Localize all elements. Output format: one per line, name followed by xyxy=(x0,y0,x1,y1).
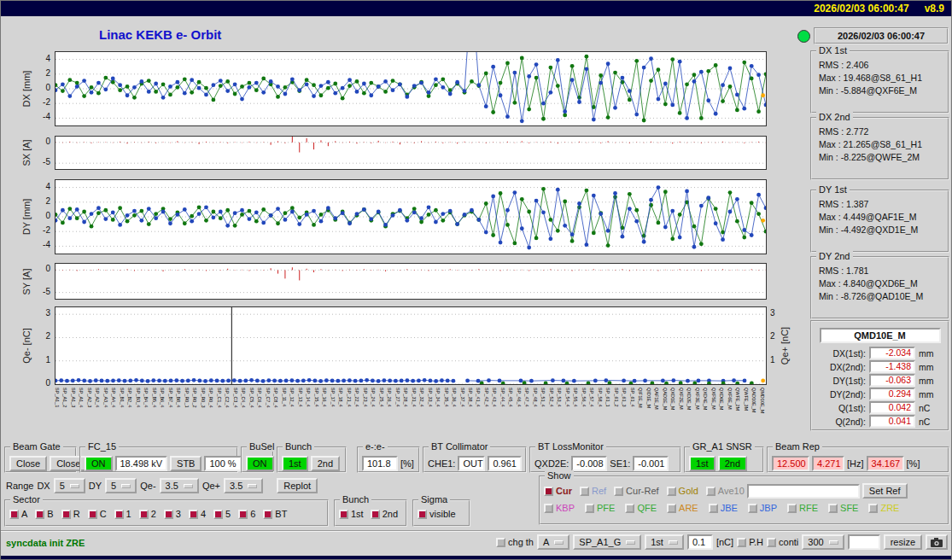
ph-checkbox[interactable]: P.H xyxy=(737,537,763,547)
checkbox-gold[interactable]: Gold xyxy=(667,486,698,496)
checkbox-zre[interactable]: ZRE xyxy=(868,503,899,513)
checkbox-indicator xyxy=(544,487,553,496)
checkbox-6[interactable]: 6 xyxy=(238,509,255,519)
bpm-label: SP_25_4 xyxy=(379,388,384,407)
range-dy-select[interactable]: 5 xyxy=(105,478,137,493)
qmd-title: QMD10E_M xyxy=(820,328,941,343)
axis-tick-label: 4 xyxy=(45,182,50,191)
checkbox-1[interactable]: 1 xyxy=(114,509,131,519)
checkbox-4[interactable]: 4 xyxy=(189,509,206,519)
checkbox-label: 5 xyxy=(225,509,231,519)
beam-rep-group: Beam Rep 12.500 4.271 [Hz] 34.167 [%] xyxy=(767,446,949,473)
checkbox-2[interactable]: 2 xyxy=(139,509,156,519)
checkbox-label: visible xyxy=(429,509,456,519)
resize-button[interactable]: resize xyxy=(884,534,922,550)
checkbox-1st[interactable]: 1st xyxy=(339,509,364,519)
checkbox-bt[interactable]: BT xyxy=(263,509,287,519)
beam-gate-group: Beam Gate Close Close xyxy=(4,446,77,473)
axis-tick-label: -2 xyxy=(43,97,50,107)
bpm-label: QID1E_M xyxy=(646,388,651,408)
sector-a-select[interactable]: A xyxy=(537,534,569,550)
sp-a1-g-select[interactable]: SP_A1_G xyxy=(573,534,641,550)
range-qe-plus-select[interactable]: 3.5 xyxy=(224,478,263,493)
dy-2nd-max: Max : 4.840@QXD6E_M xyxy=(819,278,948,289)
beam-rep-title: Beam Rep xyxy=(773,441,822,452)
checkbox-pfe[interactable]: PFE xyxy=(585,503,615,513)
checkbox-label: R xyxy=(73,509,80,519)
interval-select[interactable]: 300 xyxy=(802,534,844,550)
checkbox-are[interactable]: ARE xyxy=(667,503,698,513)
checkbox-cur-ref[interactable]: Cur-Ref xyxy=(614,486,659,496)
qmd-row: DY(2nd):0.294mm xyxy=(816,388,945,400)
sx-axis-title: SX [A] xyxy=(20,136,33,170)
threshold-display[interactable]: 0.1 xyxy=(687,534,713,550)
bpm-label: SP_A1_4 xyxy=(79,388,84,407)
checkbox-kbp[interactable]: KBP xyxy=(544,503,575,513)
gr-a1-1st-button[interactable]: 1st xyxy=(689,456,715,471)
range-qe-minus-select[interactable]: 3.5 xyxy=(160,478,199,493)
dy-axis-title: DY [mm] xyxy=(20,179,33,254)
dy-1st-rms: RMS : 1.387 xyxy=(819,199,948,209)
checkbox-indicator xyxy=(35,510,44,519)
checkbox-visible[interactable]: visible xyxy=(418,509,456,519)
checkbox-sfe[interactable]: SFE xyxy=(828,503,858,513)
checkbox-2nd[interactable]: 2nd xyxy=(371,509,398,519)
fc15-on-button[interactable]: ON xyxy=(85,456,113,471)
checkbox-indicator xyxy=(585,504,594,513)
bpm-label: QAD10E_M xyxy=(751,388,756,412)
checkbox-b[interactable]: B xyxy=(35,509,53,519)
chg-th-checkbox[interactable]: chg th xyxy=(496,537,534,547)
dy-plot[interactable] xyxy=(55,179,767,254)
busel-on-button[interactable]: ON xyxy=(246,456,274,471)
checkbox-ave10[interactable]: Ave10 xyxy=(706,486,745,496)
bpm-label: SP_45_4 xyxy=(508,388,513,407)
checkbox-indicator xyxy=(828,504,838,513)
checkbox-jbp[interactable]: JBP xyxy=(748,503,777,513)
bpm-label: SP_A4_4 xyxy=(111,388,116,407)
checkbox-rfe[interactable]: RFE xyxy=(787,503,818,513)
fc15-stb-button[interactable]: STB xyxy=(170,456,201,471)
statusbar-controls: chg th A SP_A1_G 1st 0.1 [nC] P.H conti … xyxy=(496,534,948,550)
set-ref-input[interactable] xyxy=(747,484,860,499)
beam-gate-close-button-1[interactable]: Close xyxy=(9,456,47,471)
bpm-label: SP_A1_1 xyxy=(55,388,60,407)
range-dx-select[interactable]: 5 xyxy=(54,478,85,493)
replot-button[interactable]: Replot xyxy=(277,478,318,493)
bunch-1st-button[interactable]: 1st xyxy=(282,456,308,471)
set-ref-button[interactable]: Set Ref xyxy=(862,483,908,499)
screenshot-button[interactable] xyxy=(926,534,948,550)
checkbox-jbe[interactable]: JBE xyxy=(709,503,738,513)
checkbox-a[interactable]: A xyxy=(9,509,27,519)
bpm-label: SP_B6_4 xyxy=(160,388,165,407)
checkbox-5[interactable]: 5 xyxy=(213,509,231,519)
dx-2nd-max: Max : 21.265@S8_61_H1 xyxy=(819,139,948,149)
conti-checkbox[interactable]: conti xyxy=(767,537,798,547)
sector-group: Sector ABRC123456BT xyxy=(4,499,329,527)
bpm-label: SP_27_4 xyxy=(395,388,400,407)
bunch-1st-select[interactable]: 1st xyxy=(645,534,684,550)
show-group: Show CurRefCur-RefGoldAve10 Set Ref KBPP… xyxy=(539,475,949,525)
qmd-row-unit: nC xyxy=(919,403,930,413)
qmd-row: Q(2nd):0.041nC xyxy=(816,415,945,428)
checkbox-3[interactable]: 3 xyxy=(164,509,181,519)
bpm-label: SP_C2_4 xyxy=(225,388,230,408)
checkbox-c[interactable]: C xyxy=(88,509,107,519)
qe-plot[interactable] xyxy=(55,306,767,385)
bpm-label: SP_44_4 xyxy=(500,388,505,407)
se1-display: -0.001 xyxy=(633,456,669,471)
sy-plot[interactable] xyxy=(55,263,767,300)
checkbox-label: Gold xyxy=(679,486,698,496)
checkbox-r[interactable]: R xyxy=(61,509,80,519)
bpm-label: SP_R0_2 xyxy=(192,388,197,408)
checkbox-qfe[interactable]: QFE xyxy=(625,503,657,513)
dx-plot[interactable] xyxy=(55,51,767,126)
checkbox-cur[interactable]: Cur xyxy=(544,486,572,496)
gr-a1-2nd-button[interactable]: 2nd xyxy=(718,456,747,471)
axis-tick-label: 0 xyxy=(45,83,50,92)
checkbox-ref[interactable]: Ref xyxy=(580,486,606,496)
sx-plot[interactable] xyxy=(55,136,767,170)
blank-input[interactable] xyxy=(848,534,880,550)
bunch-2nd-button[interactable]: 2nd xyxy=(311,456,340,471)
checkbox-label: PFE xyxy=(597,503,615,513)
bpm-label: SP_14_4 xyxy=(306,388,311,407)
